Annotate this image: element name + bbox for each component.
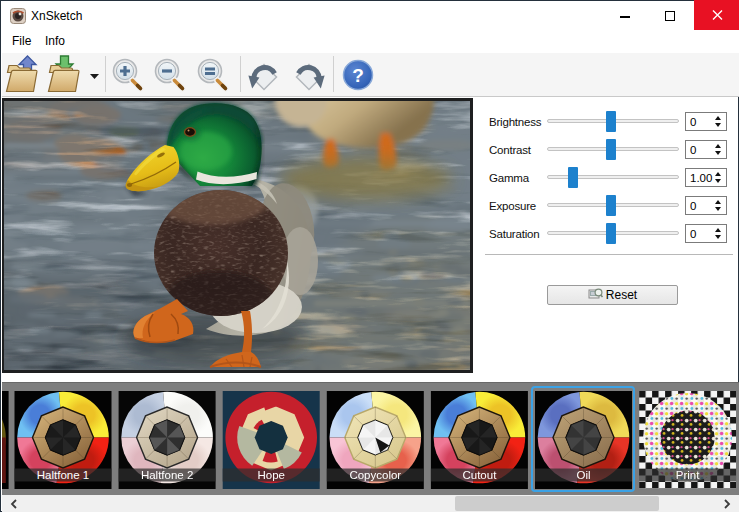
svg-text:Cutout: Cutout: [462, 469, 497, 481]
svg-text:Copycolor: Copycolor: [349, 469, 401, 481]
svg-text:Haltfone 1: Haltfone 1: [37, 469, 89, 481]
svg-text:Haltfone 2: Haltfone 2: [141, 469, 193, 481]
svg-text:Print: Print: [676, 469, 700, 481]
svg-text:?: ?: [352, 65, 364, 86]
svg-text:Hope: Hope: [257, 469, 285, 481]
